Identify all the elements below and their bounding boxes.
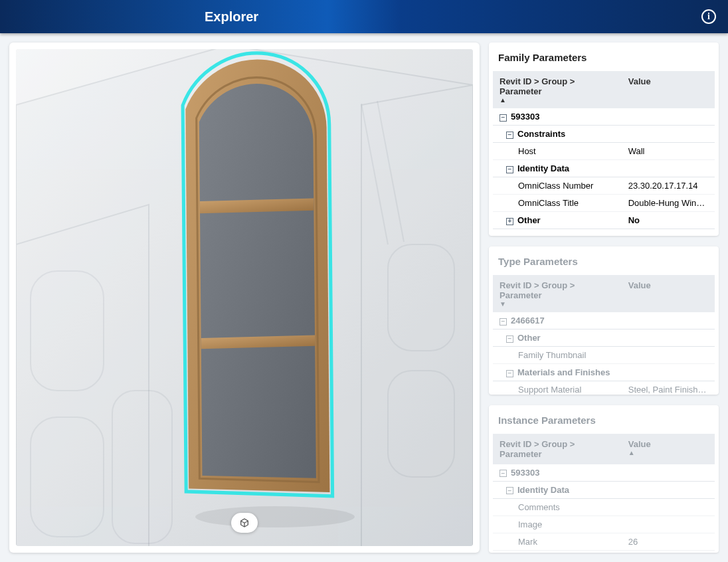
panel-title: Type Parameters — [489, 246, 719, 275]
table-row[interactable]: Support MaterialSteel, Paint Finish, ... — [493, 381, 715, 395]
table-row[interactable]: Mark26 — [493, 533, 715, 550]
group-label: Identity Data — [517, 485, 569, 495]
table-row[interactable]: Image — [493, 515, 715, 533]
table-row[interactable]: OmniClass TitleDouble-Hung Windows — [493, 195, 715, 212]
collapse-icon[interactable]: − — [506, 335, 513, 343]
svg-point-13 — [195, 506, 355, 527]
svg-marker-2 — [16, 205, 149, 546]
cell-value: No — [628, 215, 640, 225]
column-header-param[interactable]: Revit ID > Group > Parameter▲ — [493, 71, 622, 108]
cell-label: 2466617 — [511, 316, 545, 326]
column-header-value[interactable]: Value — [622, 71, 715, 108]
collapse-icon[interactable]: − — [506, 166, 513, 173]
table-row[interactable]: −2466617 — [493, 312, 715, 329]
expand-icon[interactable]: + — [506, 218, 513, 225]
table-row[interactable]: +OtherNo — [493, 212, 715, 229]
parameters-table: Revit ID > Group > Parameter▲Value−59330… — [493, 71, 715, 229]
cell-label: OmniClass Number — [500, 181, 593, 191]
group-label: Identity Data — [517, 163, 569, 173]
collapse-icon[interactable]: − — [506, 370, 513, 377]
cell-label: Mark — [500, 537, 537, 547]
cell-value: Steel, Paint Finish, ... — [628, 385, 710, 395]
viewport-card — [9, 43, 480, 553]
app-header: Explorer i — [0, 0, 728, 33]
parameters-table: Revit ID > Group > ParameterValue▲−59330… — [493, 434, 715, 553]
page-title: Explorer — [205, 9, 258, 25]
cell-label: 593303 — [511, 468, 539, 478]
table-row[interactable]: −Other — [493, 329, 715, 347]
right-column: Family ParametersRevit ID > Group > Para… — [489, 43, 719, 553]
table-row[interactable]: Comments — [493, 498, 715, 515]
instance-parameters-panel: Instance ParametersRevit ID > Group > Pa… — [489, 405, 719, 553]
cell-value: Wall — [628, 146, 645, 156]
app-body: Family ParametersRevit ID > Group > Para… — [0, 33, 728, 562]
table-row[interactable]: −Identity Data — [493, 160, 715, 177]
table-row[interactable]: −IFC Parameters — [493, 550, 715, 553]
table-row[interactable]: HostWall — [493, 143, 715, 160]
panel-body: Revit ID > Group > ParameterValue▲−59330… — [489, 434, 719, 553]
column-header-param[interactable]: Revit ID > Group > Parameter▼ — [493, 275, 622, 312]
group-label: Materials and Finishes — [517, 367, 610, 377]
table-row[interactable]: −Materials and Finishes — [493, 364, 715, 381]
cell-label: Image — [500, 519, 542, 529]
cell-value: Double-Hung Windows — [628, 198, 715, 208]
table-row[interactable]: −Constraints — [493, 126, 715, 143]
family-parameters-panel: Family ParametersRevit ID > Group > Para… — [489, 43, 719, 236]
panel-title: Instance Parameters — [489, 405, 719, 434]
group-label: Constraints — [517, 129, 565, 139]
column-header-value[interactable]: Value▲ — [622, 434, 715, 464]
collapse-icon[interactable]: − — [506, 487, 513, 494]
group-label: Other — [517, 215, 541, 225]
panel-body: Revit ID > Group > Parameter▲Value−59330… — [489, 71, 719, 236]
info-icon[interactable]: i — [701, 9, 716, 24]
cell-label: OmniClass Title — [500, 198, 579, 208]
table-row[interactable]: OmniClass Number23.30.20.17.17.14 — [493, 177, 715, 195]
cell-label: Family Thumbnail — [500, 350, 586, 360]
cell-label: Host — [500, 146, 536, 156]
cell-value: 26 — [628, 537, 638, 547]
cell-label: Support Material — [500, 385, 581, 395]
group-label: Other — [517, 333, 541, 343]
table-row[interactable]: Family Thumbnail — [493, 347, 715, 364]
sort-asc-icon: ▲ — [628, 450, 708, 456]
viewcube-button[interactable] — [231, 513, 258, 533]
column-header-param[interactable]: Revit ID > Group > Parameter — [493, 434, 622, 464]
cube-icon — [239, 517, 250, 528]
sort-asc-icon: ▲ — [500, 98, 615, 103]
table-row[interactable]: −593303 — [493, 464, 715, 482]
collapse-icon[interactable]: − — [506, 132, 513, 139]
sort-desc-icon: ▼ — [500, 302, 615, 307]
parameters-table: Revit ID > Group > Parameter▼Value−24666… — [493, 275, 715, 395]
panel-title: Family Parameters — [489, 43, 719, 71]
collapse-icon[interactable]: − — [500, 470, 507, 477]
collapse-icon[interactable]: − — [500, 114, 507, 122]
column-header-value[interactable]: Value — [622, 275, 715, 312]
model-viewport[interactable] — [16, 49, 473, 546]
table-row[interactable]: −593303 — [493, 108, 715, 126]
cell-label: Comments — [500, 502, 560, 512]
table-row[interactable]: −Identity Data — [493, 481, 715, 498]
type-parameters-panel: Type ParametersRevit ID > Group > Parame… — [489, 246, 719, 395]
cell-label: 593303 — [511, 112, 539, 122]
cell-value: 23.30.20.17.17.14 — [628, 181, 698, 191]
collapse-icon[interactable]: − — [500, 318, 507, 326]
panel-body: Revit ID > Group > Parameter▼Value−24666… — [489, 275, 719, 395]
